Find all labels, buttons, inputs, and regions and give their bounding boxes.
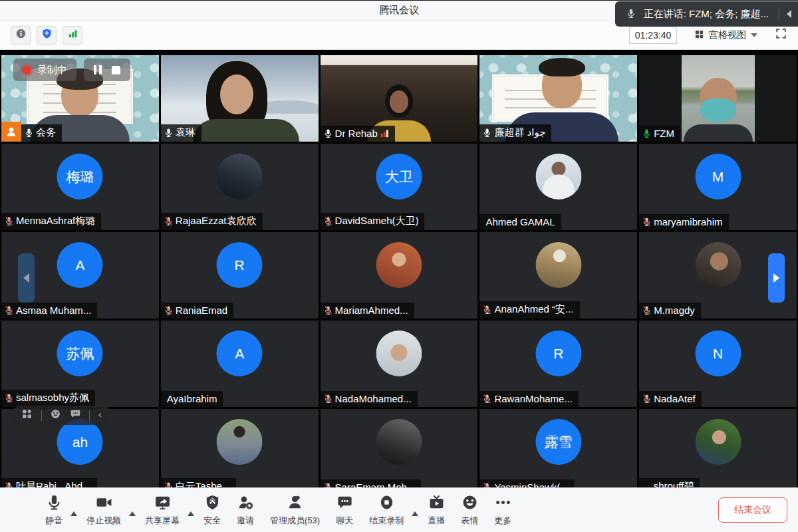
- participant-tile[interactable]: M maryamibrahim: [639, 144, 797, 230]
- participant-name: NadaMohamed...: [335, 393, 412, 404]
- participant-name: Ahmed GAMAL: [485, 216, 555, 227]
- participant-name: FZM: [654, 128, 674, 139]
- participant-tile[interactable]: SaraEmam Moh...: [321, 409, 478, 487]
- meeting-info-button[interactable]: [11, 26, 31, 45]
- live-stream-button[interactable]: 直播: [420, 494, 453, 527]
- emoji-button[interactable]: 表情: [453, 494, 486, 527]
- participant-name: SaraEmam Moh...: [335, 481, 416, 487]
- participant-name: 白云Tasbe...: [176, 480, 231, 487]
- mic-status-icon: [482, 305, 492, 315]
- participant-tile[interactable]: ...shrouff碧: [639, 409, 797, 487]
- recording-controls: [84, 59, 130, 81]
- network-status-button[interactable]: [63, 26, 82, 45]
- participant-name: ...shrouff碧: [645, 480, 694, 487]
- shield-protect-icon: [41, 28, 53, 42]
- avatar: 梅璐: [57, 154, 103, 200]
- participant-tile[interactable]: NadaMohamed...: [321, 321, 478, 407]
- chat-bubble-icon[interactable]: [70, 408, 81, 422]
- more-button[interactable]: 更多: [486, 494, 519, 527]
- next-page-arrow[interactable]: [768, 253, 785, 303]
- participant-name: Dr Rehab: [335, 128, 378, 139]
- name-badge: RajaaEzzat袁欣欣: [161, 213, 263, 230]
- mic-status-icon: [4, 216, 14, 226]
- mute-button[interactable]: 静音: [37, 494, 70, 527]
- avatar: A: [57, 242, 103, 288]
- participant-tile[interactable]: MariamAhmed...: [321, 232, 478, 319]
- pause-recording-button[interactable]: [94, 65, 102, 74]
- name-badge: Dr Rehab: [321, 126, 395, 142]
- participant-tile[interactable]: 廉超群 جواد: [479, 55, 637, 142]
- participant-tile[interactable]: A AyaIbrahim: [161, 321, 319, 407]
- name-badge: MariamAhmed...: [321, 303, 414, 319]
- manage-members-button[interactable]: 管理成员(53): [262, 494, 328, 527]
- avatar: [695, 242, 741, 288]
- floating-controls: ‹: [13, 406, 110, 425]
- participant-tile[interactable]: 白云Tasbe...: [161, 409, 319, 487]
- toolbar-label: 安全: [203, 515, 221, 527]
- video-art-layer: [193, 119, 299, 142]
- share-screen-icon: [154, 494, 171, 513]
- participant-tile[interactable]: Dr Rehab: [321, 55, 478, 142]
- collapse-left-icon[interactable]: ‹: [98, 410, 102, 420]
- toolbar-label: 停止视频: [86, 515, 121, 527]
- security-shield-icon: [204, 494, 221, 513]
- participant-tile[interactable]: R RawanMohame...: [479, 321, 637, 407]
- timer-value: 01:23:40: [635, 30, 672, 41]
- participant-tile[interactable]: N NadaAtef: [639, 321, 797, 407]
- emoji-icon[interactable]: [50, 408, 61, 422]
- mic-status-icon: [323, 482, 333, 487]
- video-art-layer: [385, 84, 413, 118]
- chat-button[interactable]: 聊天: [328, 494, 361, 527]
- participant-tile[interactable]: 大卫 DavidSameh(大卫): [321, 144, 478, 230]
- participant-tile[interactable]: 梅璐 MennaAshraf梅璐: [1, 144, 159, 230]
- participant-tile[interactable]: 袁琳: [161, 55, 319, 142]
- name-badge: Asmaa Muham...: [1, 303, 97, 319]
- participant-name: 会务: [36, 126, 56, 139]
- participant-tile[interactable]: 露雪 YasminShawk(...: [479, 409, 637, 487]
- stop-recording-icon: [378, 494, 395, 513]
- share-screen-button[interactable]: 共享屏幕: [137, 494, 188, 527]
- collapse-left-icon[interactable]: [787, 10, 791, 18]
- mic-status-icon: [323, 216, 333, 226]
- stop-recording-button[interactable]: 结束录制: [361, 494, 412, 527]
- avatar: [376, 331, 422, 376]
- avatar: [376, 419, 422, 465]
- avatar: [535, 242, 581, 288]
- mic-status-icon: [323, 128, 333, 138]
- recording-options-caret[interactable]: [412, 511, 418, 516]
- avatar: [217, 419, 263, 465]
- name-badge: YasminShawk(...: [479, 479, 574, 487]
- video-art-layer: [700, 78, 737, 119]
- share-options-caret[interactable]: [188, 511, 194, 516]
- security-button[interactable]: 安全: [196, 494, 229, 527]
- microphone-icon: [626, 8, 636, 21]
- fullscreen-button[interactable]: [775, 27, 787, 43]
- stop-recording-button[interactable]: [112, 66, 120, 74]
- mic-status-icon: [642, 305, 652, 315]
- participant-tile[interactable]: 苏佩 salmasobhy苏佩: [1, 321, 159, 407]
- participant-tile[interactable]: 会务 录制中: [1, 55, 159, 142]
- view-mode-dropdown[interactable]: 宫格视图: [694, 29, 757, 41]
- participant-tile[interactable]: FZM: [639, 55, 797, 142]
- toolbar-label: 共享屏幕: [145, 515, 180, 527]
- stop-video-button[interactable]: 停止视频: [78, 494, 129, 527]
- participant-tile[interactable]: AnanAhmed “安...: [479, 232, 637, 319]
- video-options-caret[interactable]: [129, 511, 136, 516]
- participant-tile[interactable]: RajaaEzzat袁欣欣: [161, 144, 319, 230]
- avatar: 大卫: [376, 154, 422, 200]
- name-badge: maryamibrahim: [639, 214, 728, 230]
- mic-options-caret[interactable]: [70, 511, 77, 516]
- toolbar-label: 静音: [45, 515, 63, 527]
- participant-name: maryamibrahim: [654, 216, 722, 227]
- more-icon: [495, 494, 511, 513]
- security-status-button[interactable]: [37, 26, 57, 45]
- invite-button[interactable]: 邀请: [229, 494, 262, 527]
- divider: [779, 7, 779, 21]
- participant-tile[interactable]: R RaniaEmad: [161, 232, 319, 319]
- previous-page-arrow[interactable]: [18, 253, 35, 303]
- toolbar-label: 更多: [494, 515, 511, 527]
- layout-switch-icon[interactable]: [21, 408, 33, 422]
- participant-name: MariamAhmed...: [335, 305, 408, 316]
- end-meeting-button[interactable]: 结束会议: [718, 497, 787, 523]
- participant-tile[interactable]: Ahmed GAMAL: [479, 144, 637, 230]
